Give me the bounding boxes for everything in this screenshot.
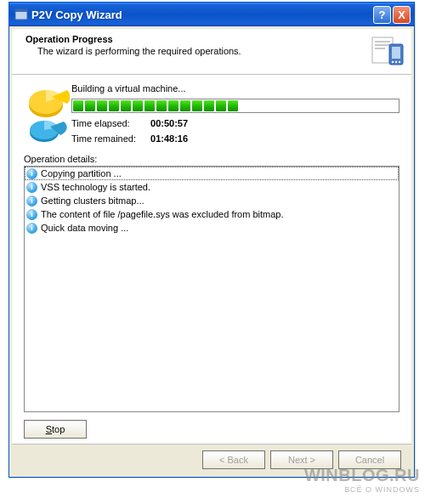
watermark-line2: ВСЁ О WINDOWS xyxy=(304,485,420,494)
help-button[interactable]: ? xyxy=(373,6,391,24)
time-elapsed-value: 00:50:57 xyxy=(150,118,188,128)
next-button: Next > xyxy=(270,450,333,469)
svg-rect-4 xyxy=(375,44,390,46)
list-item[interactable]: i VSS technology is started. xyxy=(25,180,399,194)
pie-chart-icon xyxy=(24,83,70,143)
time-elapsed-label: Time elapsed: xyxy=(71,118,148,128)
wizard-footer: < Back Next > Cancel xyxy=(12,444,411,474)
list-item[interactable]: i Getting clusters bitmap... xyxy=(25,194,399,207)
svg-rect-1 xyxy=(15,9,27,12)
info-icon: i xyxy=(26,209,37,220)
info-icon: i xyxy=(26,223,37,234)
details-listbox[interactable]: i Copying partition ... i VSS technology… xyxy=(24,166,400,412)
list-item[interactable]: i Quick data moving ... xyxy=(25,221,399,235)
progress-bar xyxy=(71,99,400,113)
wizard-body: Building a virtual machine... Time elaps… xyxy=(12,75,411,412)
close-button[interactable]: X xyxy=(393,6,411,24)
list-item-text: Copying partition ... xyxy=(41,168,122,178)
list-item-text: The content of file /pagefile.sys was ex… xyxy=(41,209,284,219)
svg-point-8 xyxy=(392,61,394,63)
svg-point-10 xyxy=(399,61,400,63)
app-icon xyxy=(14,8,28,21)
window-title: P2V Copy Wizard xyxy=(31,8,371,21)
info-icon: i xyxy=(26,195,37,207)
list-item-text: VSS technology is started. xyxy=(41,182,150,192)
svg-rect-7 xyxy=(392,47,400,59)
time-elapsed-row: Time elapsed: 00:50:57 xyxy=(71,118,400,128)
titlebar[interactable]: P2V Copy Wizard ? X xyxy=(9,3,414,26)
header-icon xyxy=(369,32,406,70)
time-remained-label: Time remained: xyxy=(71,133,148,144)
page-title: Operation Progress xyxy=(26,34,403,44)
wizard-header: Operation Progress The wizard is perform… xyxy=(12,29,411,75)
list-item-text: Quick data moving ... xyxy=(41,223,128,233)
list-item[interactable]: i Copying partition ... xyxy=(25,167,399,180)
wizard-content: Operation Progress The wizard is perform… xyxy=(12,29,411,474)
svg-point-9 xyxy=(395,61,397,63)
wizard-window: P2V Copy Wizard ? X Operation Progress T… xyxy=(8,2,415,478)
status-text: Building a virtual machine... xyxy=(71,83,400,93)
progress-section: Building a virtual machine... Time elaps… xyxy=(24,83,400,144)
list-item-text: Getting clusters bitmap... xyxy=(41,195,144,206)
back-button: < Back xyxy=(202,450,265,469)
stop-button-rest: top xyxy=(52,424,65,434)
info-icon: i xyxy=(26,168,37,179)
cancel-button: Cancel xyxy=(338,450,401,469)
details-label: Operation details: xyxy=(24,154,400,164)
stop-button[interactable]: Stop xyxy=(24,420,87,439)
time-remained-row: Time remained: 01:48:16 xyxy=(71,133,400,144)
svg-rect-5 xyxy=(375,48,385,49)
list-item[interactable]: i The content of file /pagefile.sys was … xyxy=(25,207,399,221)
info-icon: i xyxy=(26,182,37,193)
svg-rect-3 xyxy=(375,41,390,42)
page-subtitle: The wizard is performing the required op… xyxy=(37,46,403,56)
time-remained-value: 01:48:16 xyxy=(150,133,188,144)
